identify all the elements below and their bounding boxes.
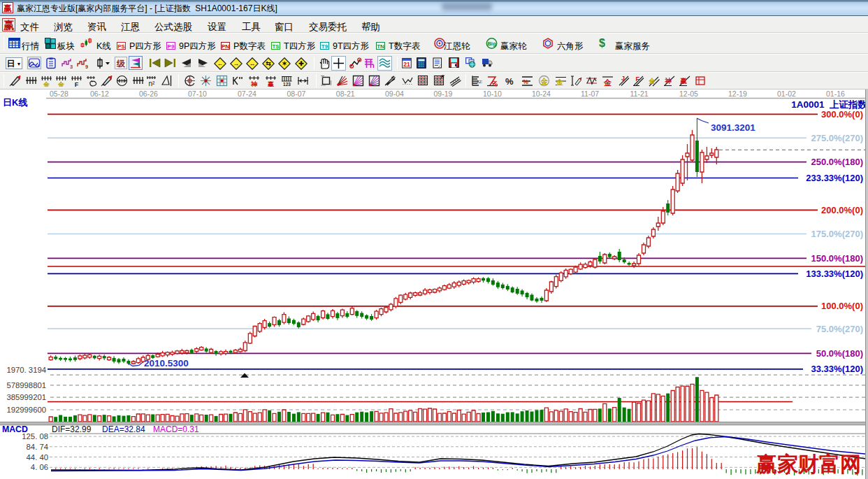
svg-text:DEA=32.84: DEA=32.84 [102, 424, 145, 434]
svg-text:←: ← [217, 60, 224, 67]
svg-text:06-26: 06-26 [139, 90, 158, 98]
svg-text:08-21: 08-21 [336, 90, 355, 98]
svg-text:123: 123 [477, 80, 482, 84]
svg-text:300.0%(0): 300.0%(0) [821, 109, 863, 120]
svg-text:9: 9 [85, 64, 88, 69]
svg-text:200.0%(0): 200.0%(0) [821, 205, 863, 215]
svg-text:33.33%(120): 33.33%(120) [811, 364, 863, 374]
svg-text:578998801: 578998801 [6, 381, 46, 389]
svg-text:385999201: 385999201 [6, 393, 46, 401]
svg-text:赢: 赢 [266, 80, 274, 87]
svg-text:赢家财富网: 赢家财富网 [755, 452, 861, 476]
svg-text:赢: 赢 [679, 77, 687, 85]
svg-text:100.0%(0): 100.0%(0) [821, 301, 863, 311]
svg-text:4. 06: 4. 06 [31, 463, 48, 471]
svg-text:10-24: 10-24 [532, 90, 551, 98]
svg-text:123: 123 [283, 82, 291, 87]
svg-text:神: 神 [664, 77, 672, 85]
svg-text:金: 金 [648, 77, 656, 85]
svg-text:%: % [523, 78, 528, 85]
svg-text:133.33%(120): 133.33%(120) [806, 269, 863, 279]
svg-text:✶: ✶ [282, 60, 288, 67]
svg-text:金: 金 [603, 78, 612, 87]
svg-text:84. 74: 84. 74 [27, 443, 48, 451]
svg-text:10-10: 10-10 [483, 90, 502, 98]
svg-text:12-05: 12-05 [679, 90, 698, 98]
svg-text:01-02: 01-02 [777, 90, 796, 98]
svg-text:✚: ✚ [298, 60, 304, 67]
svg-text:n²: n² [149, 80, 156, 87]
svg-text:192999600: 192999600 [6, 406, 46, 414]
svg-text:3: 3 [70, 64, 73, 69]
svg-text:2010.5300: 2010.5300 [144, 358, 189, 369]
svg-text:09-04: 09-04 [385, 90, 404, 98]
svg-text:3091.3201: 3091.3201 [711, 122, 755, 133]
svg-text:11-07: 11-07 [581, 90, 599, 98]
svg-text:150.0%(180): 150.0%(180) [811, 253, 863, 264]
svg-text:神: 神 [250, 80, 258, 87]
svg-text:1970. 3194: 1970. 3194 [6, 366, 46, 374]
svg-text:1A0001 上证指数: 1A0001 上证指数 [791, 99, 867, 110]
svg-text:12-19: 12-19 [728, 90, 747, 98]
svg-text:05-28: 05-28 [50, 90, 68, 98]
svg-text:MACD=0.31: MACD=0.31 [153, 424, 199, 434]
svg-text:01-16: 01-16 [826, 90, 845, 98]
svg-text:F: F [75, 81, 79, 87]
svg-text:06-12: 06-12 [90, 90, 109, 98]
svg-text:金: 金 [540, 77, 548, 85]
svg-text:07-24: 07-24 [238, 90, 256, 98]
svg-text:50.0%(180): 50.0%(180) [816, 348, 863, 359]
svg-text:07-10: 07-10 [188, 90, 207, 98]
svg-text:125. 08: 125. 08 [22, 432, 48, 441]
svg-text:金: 金 [556, 78, 563, 86]
svg-text:⇆: ⇆ [266, 60, 272, 67]
svg-text:→: → [233, 60, 240, 67]
svg-text:44. 40: 44. 40 [27, 453, 48, 462]
svg-text:75.0%(270): 75.0%(270) [816, 324, 863, 334]
svg-text:275.0%(270): 275.0%(270) [811, 133, 863, 143]
svg-text:F: F [636, 76, 640, 83]
svg-text:Big: Big [487, 41, 496, 47]
svg-text:日K线: 日K线 [3, 97, 27, 108]
svg-text:09-19: 09-19 [434, 90, 453, 98]
svg-text:175.0%(270): 175.0%(270) [811, 229, 863, 239]
svg-text:金: 金 [43, 81, 50, 87]
svg-text:08-07: 08-07 [287, 90, 306, 98]
svg-text:21: 21 [403, 61, 410, 68]
svg-text:250.0%(180): 250.0%(180) [811, 157, 863, 167]
svg-text:↔: ↔ [249, 60, 256, 67]
svg-text:J: J [621, 75, 625, 82]
svg-text:11-21: 11-21 [630, 90, 649, 98]
svg-text:233.33%(120): 233.33%(120) [806, 173, 863, 183]
svg-text:DIF=32.99: DIF=32.99 [52, 424, 92, 434]
svg-text:金: 金 [57, 81, 65, 87]
